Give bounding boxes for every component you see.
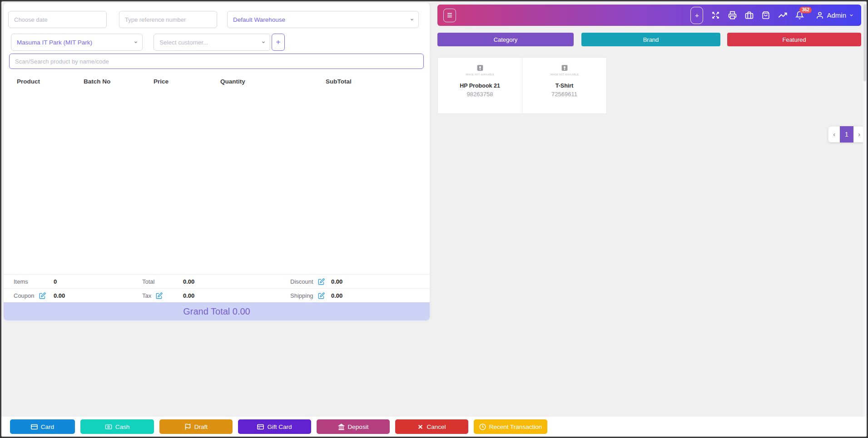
credit-card-icon — [31, 423, 38, 430]
coupon-label: Coupon — [14, 292, 35, 299]
total-cell: Total 0.00 — [142, 278, 283, 285]
biller-select[interactable]: Masuma IT Park (MIT Park) — [11, 34, 143, 51]
column-price: Price — [154, 78, 169, 85]
product-name: HP Probook 21 — [460, 83, 500, 89]
topbar-actions: + 362 Admin — [690, 7, 861, 24]
user-menu[interactable]: Admin — [816, 11, 854, 20]
edit-tax-icon[interactable] — [156, 292, 163, 299]
top-navigation-bar: + 362 Admin — [437, 5, 861, 26]
product-card[interactable]: IMAGE NOT AVAILABLE T-Shirt 72569611 — [522, 57, 607, 114]
total-label: Total — [142, 278, 154, 285]
recent-transaction-button[interactable]: Recent Transaction — [474, 419, 547, 434]
pagination: ‹ 1 › — [828, 126, 865, 143]
warehouse-selected-value: Default Warehouse — [233, 16, 285, 23]
gift-card-button-label: Gift Card — [267, 423, 292, 430]
customer-placeholder: Select customer... — [159, 39, 208, 46]
summary-row-2: Coupon 0.00 Tax 0.00 — [4, 288, 430, 302]
biller-selected-value: Masuma IT Park (MIT Park) — [17, 39, 92, 46]
image-placeholder-text: IMAGE NOT AVAILABLE — [550, 73, 579, 76]
deposit-button-label: Deposit — [348, 423, 369, 430]
deposit-button[interactable]: Deposit — [317, 419, 390, 434]
notifications-button[interactable]: 362 — [795, 11, 804, 20]
image-placeholder-text: IMAGE NOT AVAILABLE — [466, 73, 494, 76]
draft-button-label: Draft — [194, 423, 208, 430]
clock-icon — [479, 423, 486, 430]
hamburger-icon — [446, 12, 453, 18]
column-quantity: Quantity — [220, 78, 245, 85]
items-value: 0 — [54, 278, 57, 285]
product-card[interactable]: IMAGE NOT AVAILABLE HP Probook 21 982637… — [437, 57, 522, 114]
filter-brand-button[interactable]: Brand — [581, 33, 720, 46]
expand-icon[interactable] — [711, 11, 720, 20]
printer-icon[interactable] — [728, 11, 737, 20]
cart-panel: Default Warehouse Masuma IT Park (MIT Pa… — [4, 3, 430, 320]
cart-summary: Items 0 Total 0.00 Discount 0.00 — [4, 274, 430, 302]
coupon-cell: Coupon 0.00 — [4, 292, 142, 299]
gift-card-button[interactable]: Gift Card — [238, 419, 311, 434]
cancel-button[interactable]: Cancel — [395, 419, 468, 434]
shipping-cell: Shipping 0.00 — [283, 292, 430, 299]
product-filter-bar: Category Brand Featured — [437, 33, 861, 46]
cash-button[interactable]: Cash — [80, 419, 154, 434]
shipping-label: Shipping — [290, 292, 313, 299]
cancel-button-label: Cancel — [427, 423, 446, 430]
column-product: Product — [17, 78, 40, 85]
items-label: Items — [14, 278, 28, 285]
edit-shipping-icon[interactable] — [318, 292, 325, 299]
cancel-x-icon — [417, 424, 423, 430]
pos-app-window: Default Warehouse Masuma IT Park (MIT Pa… — [0, 0, 868, 438]
discount-value: 0.00 — [331, 278, 342, 285]
flag-icon — [184, 423, 191, 430]
reference-number-input[interactable] — [119, 11, 217, 28]
broken-image-icon — [476, 64, 485, 72]
broken-image-icon — [560, 64, 569, 72]
page-scrollbar[interactable] — [863, 1, 867, 417]
items-cell: Items 0 — [4, 278, 142, 285]
grand-total-bar: Grand Total 0.00 — [4, 302, 430, 320]
column-subtotal: SubTotal — [326, 78, 352, 85]
scrollbar-thumb[interactable] — [863, 4, 866, 81]
summary-row-1: Items 0 Total 0.00 Discount 0.00 — [4, 274, 430, 288]
warehouse-select[interactable]: Default Warehouse — [227, 11, 419, 28]
card-button[interactable]: Card — [10, 419, 75, 434]
coupon-value: 0.00 — [54, 292, 65, 299]
recent-transaction-button-label: Recent Transaction — [489, 423, 542, 430]
product-grid: IMAGE NOT AVAILABLE HP Probook 21 982637… — [437, 57, 607, 114]
chevron-down-icon — [410, 17, 414, 22]
shopping-bag-icon[interactable] — [762, 11, 770, 20]
column-batch-no: Batch No — [84, 78, 110, 85]
grand-total-text: Grand Total 0.00 — [183, 306, 250, 317]
pagination-page-1[interactable]: 1 — [840, 126, 853, 143]
pagination-prev-button[interactable]: ‹ — [828, 126, 840, 143]
briefcase-icon[interactable] — [745, 11, 754, 20]
payment-action-bar: Card Cash Draft Gift Card Deposit Cancel… — [1, 417, 867, 437]
gift-card-icon — [257, 423, 264, 430]
filter-featured-button[interactable]: Featured — [727, 33, 861, 46]
tax-cell: Tax 0.00 — [142, 292, 283, 299]
customer-select[interactable]: Select customer... — [154, 34, 270, 51]
trending-up-icon[interactable] — [778, 11, 787, 20]
discount-label: Discount — [290, 278, 313, 285]
form-row-2: Masuma IT Park (MIT Park) Select custome… — [11, 34, 285, 51]
quick-add-button[interactable]: + — [690, 7, 703, 24]
bank-icon — [338, 423, 345, 430]
product-search-input[interactable] — [9, 54, 424, 69]
notification-count-badge: 362 — [799, 7, 812, 13]
chevron-down-icon — [261, 40, 266, 44]
draft-button[interactable]: Draft — [159, 419, 233, 434]
chevron-down-icon — [849, 13, 854, 18]
cash-icon — [105, 423, 112, 430]
hamburger-menu-button[interactable] — [443, 9, 456, 22]
filter-category-button[interactable]: Category — [437, 33, 574, 46]
edit-coupon-icon[interactable] — [39, 292, 46, 299]
add-customer-button[interactable]: + — [272, 34, 285, 51]
product-code: 72569611 — [551, 91, 577, 98]
discount-cell: Discount 0.00 — [283, 278, 430, 285]
user-name-label: Admin — [827, 11, 846, 19]
edit-discount-icon[interactable] — [318, 278, 325, 285]
cart-table-header: Product Batch No Price Quantity SubTotal — [4, 78, 430, 86]
product-name: T-Shirt — [556, 83, 574, 89]
shipping-value: 0.00 — [331, 292, 342, 299]
date-input[interactable] — [8, 11, 107, 28]
user-icon — [816, 11, 824, 20]
